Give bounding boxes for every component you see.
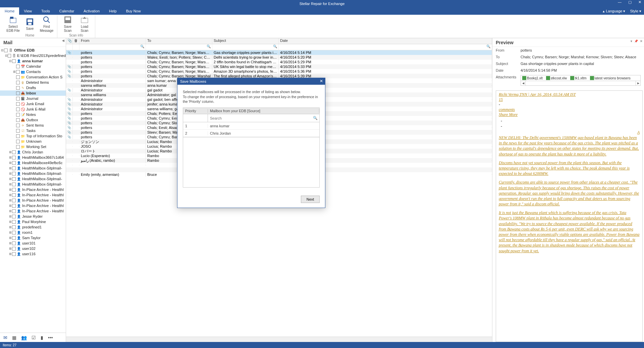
tree-item[interactable]: ⊞👤user102 xyxy=(0,246,66,251)
minimize-button[interactable]: — xyxy=(616,0,623,4)
menu-tab-buy-now[interactable]: Buy Now xyxy=(121,7,146,15)
tree-item[interactable]: ⊞👤HealthMailbox3667c1d64 xyxy=(0,155,66,160)
tree-item[interactable]: 📤Outbox xyxy=(0,117,66,123)
language-dropdown[interactable]: ▴ Language ▾ xyxy=(603,9,625,13)
tree-checkbox[interactable] xyxy=(12,231,16,234)
next-button[interactable]: Next xyxy=(301,196,320,203)
tree-twist-icon[interactable]: ⊞ xyxy=(9,209,12,213)
tree-item[interactable]: ⊞👤In-Place Archive - HealthI xyxy=(0,187,66,192)
message-row[interactable]: 📎pottersChals; Cymru; Barsen; Norge; Mar… xyxy=(66,50,492,55)
tree-item[interactable]: ⊞👤Jesse Ryder xyxy=(0,214,66,219)
tree-item[interactable]: ⊞👤In-Place Archive - HealthI xyxy=(0,208,66,214)
tree-item[interactable]: ⊞👤HealthMailbox-SitplmaiI- xyxy=(0,165,66,171)
tree-twist-icon[interactable]: ⊟ xyxy=(5,54,8,57)
tree-checkbox[interactable] xyxy=(16,124,20,127)
tree-item[interactable]: ⊞👤HealthMailbox-SitplmaiI- xyxy=(0,176,66,182)
dialog-close-icon[interactable]: ✕ xyxy=(320,79,323,83)
tree-item[interactable]: ⊟👤anna kumar xyxy=(0,58,66,64)
tree-checkbox[interactable] xyxy=(12,188,16,192)
col-from[interactable]: From xyxy=(79,38,146,44)
filter-subject[interactable]: 🔍 xyxy=(212,44,279,50)
dialog-col-mailbox[interactable]: Mailbox from your EDB [Source] xyxy=(208,109,319,113)
preview-body[interactable]: Richi Verma,TNN | Apr 16, 2014, 03.54 AM… xyxy=(496,90,643,342)
tree-checkbox[interactable] xyxy=(16,129,20,133)
tree-checkbox[interactable] xyxy=(12,209,16,213)
tree-item[interactable]: 📁Unknown xyxy=(0,139,66,144)
filter-date[interactable]: 🔍 xyxy=(279,44,492,50)
tree-item[interactable]: 🚫Junk Email xyxy=(0,101,66,107)
tree-item[interactable]: ⊞👤user116 xyxy=(0,251,66,257)
tree-item[interactable]: 📅Calendar xyxy=(0,64,66,69)
tree-twist-icon[interactable]: ⊞ xyxy=(9,241,12,245)
preview-close-icon[interactable]: ✕ xyxy=(640,40,643,43)
style-dropdown[interactable]: Style ▾ xyxy=(630,9,641,13)
attachment-item[interactable]: stkcost.xlw xyxy=(546,76,567,80)
tree-checkbox[interactable] xyxy=(16,75,20,79)
tree-checkbox[interactable] xyxy=(16,140,20,143)
tree-twist-icon[interactable]: ⊞ xyxy=(9,150,12,154)
tree-item[interactable]: ⊞👤HealthMailbox-SitplmaiI- xyxy=(0,171,66,176)
menu-tab-calendar[interactable]: Calendar xyxy=(55,7,79,15)
tree-twist-icon[interactable]: ⊞ xyxy=(9,199,12,202)
attachment-item[interactable]: latest versions browsers xyxy=(590,76,631,80)
tree-checkbox[interactable] xyxy=(16,102,20,106)
tree-checkbox[interactable] xyxy=(16,134,20,138)
tree-item[interactable]: ⊞👤In-Place Archive - HealthI xyxy=(0,198,66,203)
collapse-pane-icon[interactable]: ◀ xyxy=(62,39,64,42)
tree-twist-icon[interactable]: ⊞ xyxy=(9,215,12,218)
menu-tab-help[interactable]: Help xyxy=(104,7,121,15)
menu-tab-view[interactable]: View xyxy=(19,7,37,15)
tree-twist-icon[interactable]: ⊞ xyxy=(9,166,12,170)
tree-checkbox[interactable] xyxy=(12,193,16,197)
find-message-button[interactable]: Find Message xyxy=(39,15,54,33)
nav-calendar-icon[interactable]: ▦ xyxy=(12,335,16,340)
tree-twist-icon[interactable]: ⊞ xyxy=(9,236,12,239)
menu-tab-tools[interactable]: Tools xyxy=(37,7,55,15)
tree-checkbox[interactable] xyxy=(12,150,16,154)
preview-link-sharemore[interactable]: Share More xyxy=(499,112,518,117)
tree-checkbox[interactable] xyxy=(16,145,20,149)
message-row[interactable]: 📎pottersChals; Cymru; Barsen; Norge; Mar… xyxy=(66,64,492,69)
tree-checkbox[interactable] xyxy=(16,108,20,111)
tree-item[interactable]: ⊞👤HealthMailboxe49efbc6c xyxy=(0,160,66,165)
tree-twist-icon[interactable]: ⊞ xyxy=(9,231,12,234)
dialog-mailbox-row[interactable]: 1anna kumar xyxy=(183,122,319,130)
close-button[interactable]: ✕ xyxy=(637,0,643,4)
tree-item[interactable]: 🚫Junk E-Mail xyxy=(0,107,66,112)
tree-checkbox[interactable] xyxy=(12,156,16,159)
tree-twist-icon[interactable]: ⊞ xyxy=(9,172,12,175)
tree-twist-icon[interactable]: ⊞ xyxy=(9,204,12,207)
col-subject[interactable]: Subject xyxy=(212,38,279,44)
tree-item[interactable]: 📁Top of Information Sto xyxy=(0,133,66,139)
nav-more-icon[interactable]: ••• xyxy=(48,335,53,340)
tree-item[interactable]: 📁Working Set xyxy=(0,144,66,149)
tree-checkbox[interactable] xyxy=(12,177,16,181)
tree-item[interactable]: ⊞👤Paul Morphine xyxy=(0,219,66,224)
tree-item[interactable]: ✎Drafts xyxy=(0,85,66,90)
menu-tab-activation[interactable]: Activation xyxy=(79,7,104,15)
tree-item[interactable]: ⊞👤Sam Taylor xyxy=(0,235,66,240)
tree-checkbox[interactable] xyxy=(12,247,16,251)
tree-checkbox[interactable] xyxy=(12,59,16,63)
tree-twist-icon[interactable]: ⊞ xyxy=(9,252,12,256)
tree-item[interactable]: ⊞👤Chris Jordan xyxy=(0,149,66,155)
attachment-item[interactable]: Bookq1.xlt xyxy=(522,76,543,80)
tree-checkbox[interactable] xyxy=(16,81,20,84)
tree-checkbox[interactable] xyxy=(12,215,16,218)
tree-item[interactable]: 📝Notes xyxy=(0,112,66,117)
tree-checkbox[interactable] xyxy=(12,220,16,224)
tree-checkbox[interactable] xyxy=(16,97,20,100)
message-row[interactable]: 📎pottersChals; Cymru; Barsen; Norge; Mar… xyxy=(66,69,492,74)
tree-item[interactable]: ⊞👤In-Place Archive - HealthI xyxy=(0,192,66,198)
tree-item[interactable]: ⊞👤HealthMailbox-SitplmaiI- xyxy=(0,182,66,187)
maximize-button[interactable]: ▢ xyxy=(627,0,633,4)
tree-checkbox[interactable] xyxy=(16,113,20,117)
nav-people-icon[interactable]: 👥 xyxy=(21,335,27,340)
dialog-search-input[interactable] xyxy=(208,114,311,122)
filter-to[interactable]: 🔍 xyxy=(146,44,212,50)
tree-checkbox[interactable] xyxy=(16,86,20,90)
filter-from[interactable]: 🔍 xyxy=(79,44,146,50)
attachment-item[interactable]: tk1.xltm xyxy=(570,76,586,80)
save-scan-button[interactable]: Save Scan xyxy=(60,15,75,33)
tree-twist-icon[interactable]: ⊞ xyxy=(9,161,12,164)
